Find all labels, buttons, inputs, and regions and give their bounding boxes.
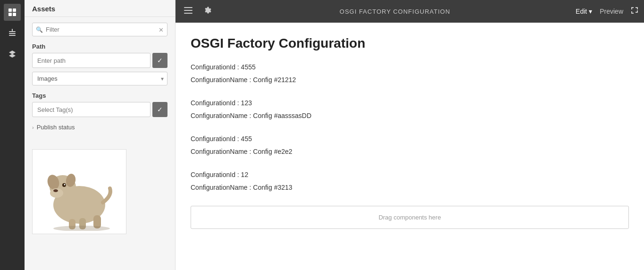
config-name-3: ConfigurationName : Config #e2e2 <box>191 147 629 157</box>
config-name-4: ConfigurationName : Config #3213 <box>191 183 629 193</box>
top-bar: OSGI FACTORY CONFIGURATION Edit ▾ Previe… <box>176 0 644 23</box>
layers-icon[interactable] <box>4 45 21 62</box>
filter-input[interactable] <box>32 23 167 36</box>
page-title: OSGI Factory Configuration <box>191 36 629 51</box>
config-group-1: ConfigurationId : 4555 ConfigurationName… <box>191 62 629 85</box>
preview-button[interactable]: Preview <box>600 8 623 15</box>
path-input[interactable] <box>32 53 151 68</box>
sidebar-body: 🔍 ✕ Path ✓ Images Documents Videos All ▾… <box>25 17 175 149</box>
sidebar-toggle-icon[interactable] <box>181 5 195 17</box>
tags-input[interactable] <box>32 102 151 117</box>
top-bar-title: OSGI FACTORY CONFIGURATION <box>220 8 570 15</box>
svg-rect-22 <box>184 13 192 14</box>
dog-image <box>37 153 122 231</box>
type-dropdown-wrap: Images Documents Videos All ▾ <box>32 72 167 85</box>
config-name-2: ConfigurationName : Config #aasssasDD <box>191 111 629 121</box>
sidebar-title: Assets <box>25 0 175 17</box>
grid-icon[interactable] <box>4 4 21 21</box>
fullscreen-icon[interactable] <box>631 7 638 16</box>
svg-rect-0 <box>8 8 12 12</box>
path-label: Path <box>32 43 167 50</box>
svg-point-13 <box>53 189 58 192</box>
config-id-1: ConfigurationId : 4555 <box>191 62 629 72</box>
type-dropdown[interactable]: Images Documents Videos All <box>32 72 167 85</box>
svg-rect-2 <box>8 13 12 16</box>
main-content: OSGI FACTORY CONFIGURATION Edit ▾ Previe… <box>176 0 644 270</box>
icon-rail <box>0 0 25 270</box>
path-input-wrap: ✓ <box>32 53 167 68</box>
tags-wrap: ✓ <box>32 102 167 117</box>
svg-rect-3 <box>13 13 16 16</box>
svg-rect-7 <box>12 29 13 32</box>
thumbnail-scroll <box>25 149 175 270</box>
config-group-4: ConfigurationId : 12 ConfigurationName :… <box>191 170 629 193</box>
settings-icon[interactable] <box>201 5 214 18</box>
page-body: OSGI Factory Configuration Configuration… <box>176 23 644 270</box>
edit-button[interactable]: Edit ▾ <box>576 8 592 15</box>
layers-add-icon[interactable] <box>4 25 21 42</box>
top-bar-right: Edit ▾ Preview <box>576 7 638 16</box>
filter-wrap: 🔍 ✕ <box>32 23 167 36</box>
clear-icon[interactable]: ✕ <box>159 26 164 33</box>
tags-label: Tags <box>32 92 167 99</box>
publish-status-toggle[interactable]: › Publish status <box>32 122 167 133</box>
svg-point-15 <box>64 184 66 185</box>
config-group-2: ConfigurationId : 123 ConfigurationName … <box>191 98 629 121</box>
config-group-3: ConfigurationId : 455 ConfigurationName … <box>191 134 629 157</box>
config-id-4: ConfigurationId : 12 <box>191 170 629 180</box>
sidebar: Assets 🔍 ✕ Path ✓ Images Documents Video… <box>25 0 176 270</box>
thumbnail-item[interactable] <box>32 149 126 234</box>
path-check-button[interactable]: ✓ <box>152 53 167 68</box>
config-name-1: ConfigurationName : Config #21212 <box>191 75 629 85</box>
publish-status-label: Publish status <box>37 124 75 131</box>
svg-rect-5 <box>9 33 16 34</box>
svg-rect-21 <box>184 10 192 11</box>
edit-dropdown-icon: ▾ <box>589 8 592 15</box>
publish-status-arrow-icon: › <box>32 125 34 130</box>
svg-rect-20 <box>184 7 192 8</box>
search-icon: 🔍 <box>36 26 43 33</box>
svg-rect-1 <box>13 8 16 12</box>
thumbnail-area <box>25 149 175 270</box>
edit-label: Edit <box>576 8 587 15</box>
svg-point-19 <box>53 226 110 231</box>
config-id-2: ConfigurationId : 123 <box>191 98 629 108</box>
svg-rect-6 <box>9 35 16 36</box>
drag-drop-zone[interactable]: Drag components here <box>191 206 629 229</box>
tags-check-button[interactable]: ✓ <box>152 102 167 117</box>
config-id-3: ConfigurationId : 455 <box>191 134 629 144</box>
